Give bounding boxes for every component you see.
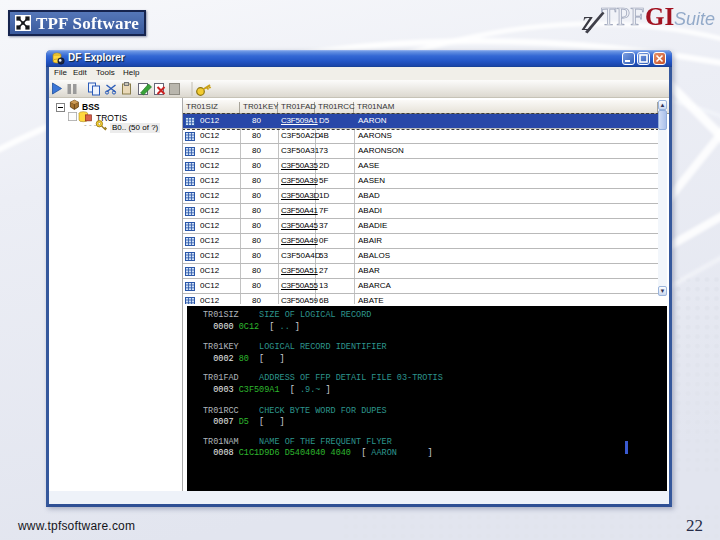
svg-text:Suite: Suite [674,9,715,29]
svg-text:GI: GI [645,3,674,30]
svg-text:TPF: TPF [601,3,644,30]
